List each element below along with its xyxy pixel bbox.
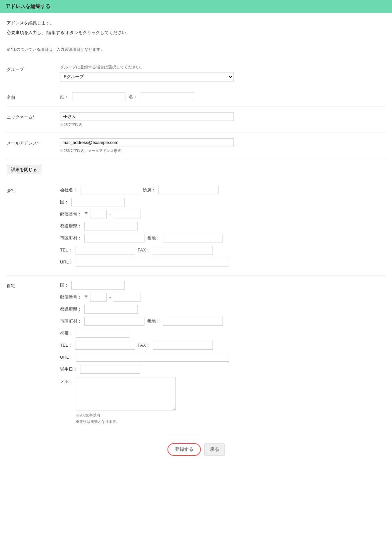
home-prefecture-input[interactable] [84, 305, 138, 314]
company-fax-label: FAX： [138, 247, 150, 253]
home-memo-textarea[interactable] [76, 377, 176, 410]
home-tel-label: TEL： [60, 342, 72, 348]
home-url-input[interactable] [76, 353, 229, 362]
home-city-label: 市区町村： [60, 318, 82, 324]
name-row: 姓： 名： [60, 93, 385, 101]
nickname-required-star: * [33, 115, 34, 120]
company-country-input[interactable] [71, 198, 125, 206]
register-button[interactable]: 登録する [167, 443, 201, 456]
home-city-input[interactable] [84, 317, 144, 326]
home-postal-label: 郵便番号： [60, 294, 82, 300]
detail-toggle-button[interactable]: 詳細を閉じる [7, 165, 41, 174]
home-postal-dash: － [108, 294, 112, 300]
home-postal-inputs: 〒 － [84, 293, 140, 302]
email-required-star: * [37, 141, 39, 146]
home-mobile-input[interactable] [76, 329, 129, 338]
company-url-label: URL： [60, 259, 73, 265]
required-note: ※*印のついている項目は、入力必須項目となります。 [7, 47, 385, 52]
name-label: 名前 [7, 93, 60, 101]
home-postal-input1[interactable] [90, 293, 107, 302]
back-button[interactable]: 戻る [204, 443, 225, 456]
home-country-row: 国： [60, 281, 385, 290]
affiliation-label: 所属： [143, 187, 156, 193]
first-name-input[interactable] [141, 93, 194, 101]
company-city-row: 市区町村： 番地： [60, 234, 385, 242]
home-birthday-label: 誕生日： [60, 366, 77, 372]
company-name-row: 会社名： 所属： [60, 186, 385, 194]
home-postal-row: 郵便番号： 〒 － [60, 293, 385, 302]
home-tel-input[interactable] [75, 341, 135, 350]
company-section: 会社 会社名： 所属： 国： 郵便番号： 〒 [7, 180, 385, 276]
company-name-input[interactable] [80, 186, 140, 194]
company-country-label: 国： [60, 199, 69, 205]
page-body: アドレスを編集します。 必要事項を入力し、[編集する]ボタンをクリックしてくださ… [0, 13, 392, 469]
first-name-label: 名： [129, 94, 137, 100]
intro-line2: 必要事項を入力し、[編集する]ボタンをクリックしてください。 [7, 29, 385, 36]
name-content: 姓： 名： [60, 93, 385, 101]
home-section: 自宅 国： 郵便番号： 〒 － [7, 276, 385, 433]
group-hint: グループに登録する場合は選択してください。 [60, 64, 385, 70]
company-postal-row: 郵便番号： 〒 － [60, 210, 385, 218]
home-postal-input2[interactable] [114, 293, 140, 302]
company-address-label: 番地： [147, 235, 160, 241]
name-section: 名前 姓： 名： [7, 87, 385, 107]
company-postal-dash: － [108, 211, 112, 217]
home-address-input[interactable] [163, 317, 223, 326]
company-tel-label: TEL： [60, 247, 72, 253]
company-tel-input[interactable] [75, 246, 135, 254]
company-address-input[interactable] [163, 234, 223, 242]
company-city-label: 市区町村： [60, 235, 82, 241]
group-content: グループに登録する場合は選択してください。 Fグループ [60, 64, 385, 81]
home-country-label: 国： [60, 282, 69, 288]
home-url-label: URL： [60, 354, 73, 360]
intro-line1: アドレスを編集します。 [7, 20, 385, 27]
company-postal-pre: 〒 [84, 211, 89, 217]
last-name-input[interactable] [72, 93, 125, 101]
company-fax-input[interactable] [153, 246, 213, 254]
email-content: ※256文字以内。メールアドレス形式。 [60, 138, 385, 153]
nickname-input[interactable] [60, 112, 234, 121]
company-tel-row: TEL： FAX： [60, 246, 385, 254]
company-fields: 会社名： 所属： 国： 郵便番号： 〒 － [60, 186, 385, 270]
bottom-buttons: 登録する 戻る [7, 433, 385, 463]
email-section: メールアドレス* ※256文字以内。メールアドレス形式。 [7, 133, 385, 159]
company-postal-input1[interactable] [90, 210, 107, 218]
home-fax-input[interactable] [153, 341, 213, 350]
home-mobile-label: 携帯： [60, 330, 73, 336]
home-prefecture-label: 都道府県： [60, 306, 82, 312]
home-prefecture-row: 都道府県： [60, 305, 385, 314]
page-wrapper: アドレスを編集する アドレスを編集します。 必要事項を入力し、[編集する]ボタン… [0, 0, 392, 539]
home-url-row: URL： [60, 353, 385, 362]
home-memo-wrapper: ※200文字以内 ※改行は無効となります。 [76, 377, 176, 424]
nickname-label: ニックネーム* [7, 112, 60, 120]
company-city-input[interactable] [84, 234, 144, 242]
group-select[interactable]: Fグループ [60, 72, 234, 81]
company-prefecture-input[interactable] [84, 222, 138, 230]
nickname-content: ※25文字以内 [60, 112, 385, 127]
company-name-label: 会社名： [60, 187, 77, 193]
detail-toggle-wrapper: 詳細を閉じる [7, 159, 385, 180]
group-section: グループ グループに登録する場合は選択してください。 Fグループ [7, 59, 385, 87]
home-fields: 国： 郵便番号： 〒 － 都道府県： [60, 281, 385, 427]
company-url-input[interactable] [76, 258, 229, 266]
company-postal-input2[interactable] [114, 210, 140, 218]
company-country-row: 国： [60, 198, 385, 206]
home-mobile-row: 携帯： [60, 329, 385, 338]
email-note: ※256文字以内。メールアドレス形式。 [60, 148, 385, 153]
company-section-label: 会社 [7, 186, 60, 194]
home-birthday-input[interactable] [80, 365, 140, 374]
nickname-section: ニックネーム* ※25文字以内 [7, 107, 385, 133]
home-section-label: 自宅 [7, 281, 60, 289]
home-country-input[interactable] [71, 281, 125, 290]
home-tel-row: TEL： FAX： [60, 341, 385, 350]
company-url-row: URL： [60, 258, 385, 266]
affiliation-input[interactable] [158, 186, 219, 194]
email-input[interactable] [60, 138, 234, 147]
home-memo-label: メモ： [60, 377, 73, 384]
nickname-note: ※25文字以内 [60, 122, 385, 127]
email-label: メールアドレス* [7, 138, 60, 146]
memo-note2: ※改行は無効となります。 [76, 419, 176, 424]
page-header: アドレスを編集する [0, 0, 392, 13]
group-label: グループ [7, 64, 60, 72]
home-address-label: 番地： [147, 318, 160, 324]
